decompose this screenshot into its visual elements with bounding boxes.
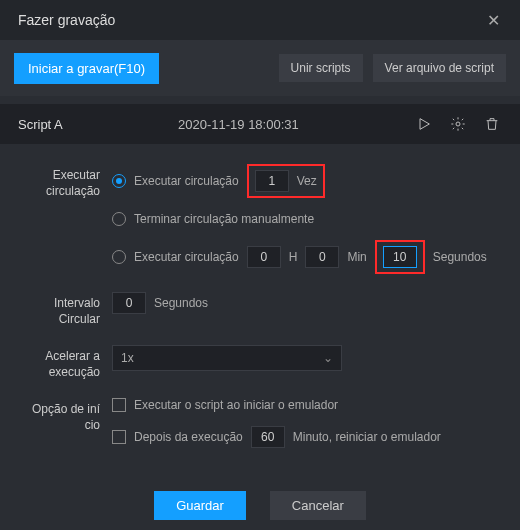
loop-sec-unit: Segundos [433, 250, 487, 264]
accelerate-label: Acelerar a execução [18, 345, 100, 380]
speed-value: 1x [121, 351, 134, 365]
chevron-down-icon: ⌄ [323, 351, 333, 365]
loop-min-input[interactable] [305, 246, 339, 268]
gear-icon[interactable] [448, 114, 468, 134]
save-button[interactable]: Guardar [154, 491, 246, 520]
script-name: Script A [18, 117, 63, 132]
merge-scripts-button[interactable]: Unir scripts [279, 54, 363, 82]
loop-times-unit: Vez [297, 174, 317, 188]
cancel-button[interactable]: Cancelar [270, 491, 366, 520]
startup-chk2-label: Depois da execução [134, 430, 243, 444]
loop-opt1-label: Executar circulação [134, 174, 239, 188]
svg-point-0 [456, 122, 460, 126]
loop-times-input[interactable] [255, 170, 289, 192]
interval-input[interactable] [112, 292, 146, 314]
interval-label: Intervalo Circular [18, 292, 100, 327]
startup-chk1[interactable] [112, 398, 126, 412]
startup-chk2[interactable] [112, 430, 126, 444]
loop-hours-input[interactable] [247, 246, 281, 268]
loop-opt3-label: Executar circulação [134, 250, 239, 264]
interval-unit: Segundos [154, 296, 208, 310]
startup-chk2-suffix: Minuto, reiniciar o emulador [293, 430, 441, 444]
loop-opt2-label: Terminar circulação manualmente [134, 212, 314, 226]
loop-run-label: Executar circulação [18, 164, 100, 199]
startup-label: Opção de iní cio [18, 398, 100, 433]
window-title: Fazer gravação [18, 12, 115, 28]
loop-min-unit: Min [347, 250, 366, 264]
trash-icon[interactable] [482, 114, 502, 134]
loop-hours-unit: H [289, 250, 298, 264]
script-timestamp: 2020-11-19 18:00:31 [77, 117, 400, 132]
highlight-times: Vez [247, 164, 325, 198]
loop-opt1-radio[interactable] [112, 174, 126, 188]
loop-opt2-radio[interactable] [112, 212, 126, 226]
highlight-seconds [375, 240, 425, 274]
play-icon[interactable] [414, 114, 434, 134]
script-row[interactable]: Script A 2020-11-19 18:00:31 [0, 96, 520, 144]
loop-sec-input[interactable] [383, 246, 417, 268]
view-script-file-button[interactable]: Ver arquivo de script [373, 54, 506, 82]
loop-opt3-radio[interactable] [112, 250, 126, 264]
start-record-button[interactable]: Iniciar a gravar(F10) [14, 53, 159, 84]
speed-select[interactable]: 1x ⌄ [112, 345, 342, 371]
close-icon[interactable]: ✕ [481, 7, 506, 34]
startup-chk1-label: Executar o script ao iniciar o emulador [134, 398, 338, 412]
restart-minutes-input[interactable] [251, 426, 285, 448]
